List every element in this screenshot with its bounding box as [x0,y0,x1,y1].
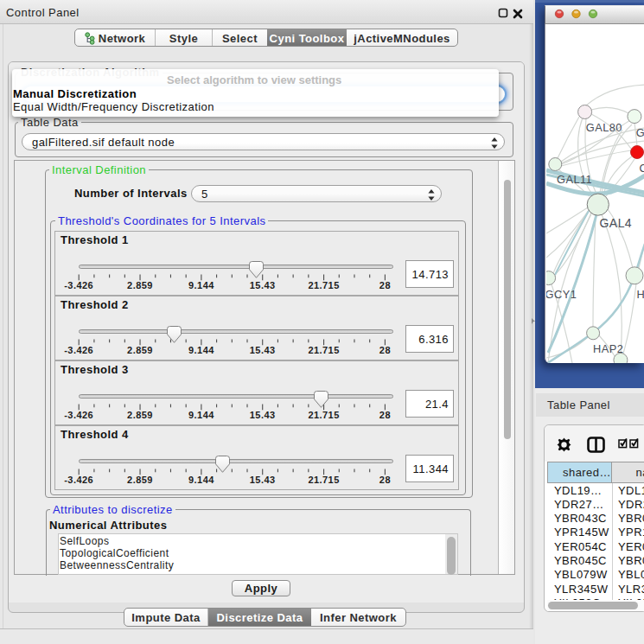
svg-text:CC: CC [640,162,644,175]
svg-text:GCY1: GCY1 [546,288,577,301]
svg-text:HIS: HIS [637,288,644,301]
svg-text:GAL4: GAL4 [600,216,633,230]
svg-text:GAL: GAL [636,126,644,139]
svg-text:HAP2: HAP2 [593,342,623,355]
svg-text:GAL11: GAL11 [557,173,592,186]
svg-text:GAL80: GAL80 [586,121,622,134]
